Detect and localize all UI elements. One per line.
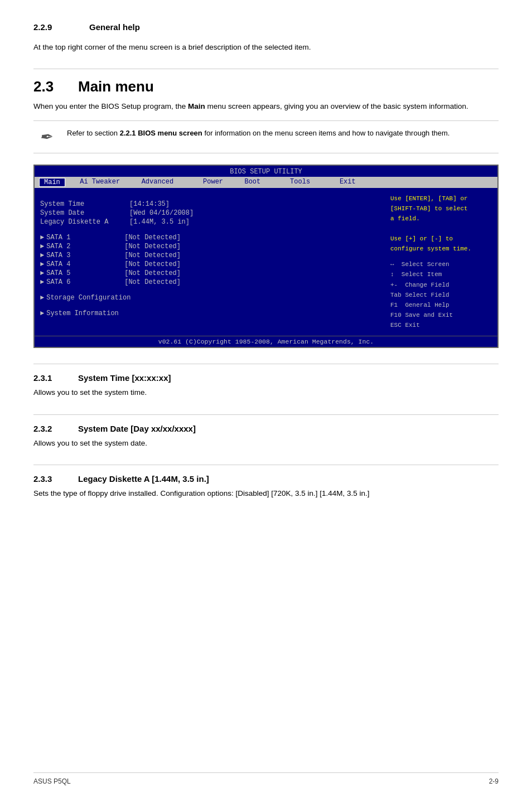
section-231-title: System Time [xx:xx:xx]	[78, 373, 171, 383]
bios-sata5-label: SATA 5	[46, 269, 124, 277]
bios-value-diskette: [1.44M, 3.5 in]	[129, 218, 190, 226]
footer-right: 2-9	[489, 777, 499, 785]
section-232-title: System Date [Day xx/xx/xxxx]	[78, 424, 196, 433]
bios-key-selectitem: ↕ Select Item	[390, 269, 493, 279]
section-231-number: 2.3.1	[33, 373, 61, 383]
section-233-heading: 2.3.3 Legacy Diskette A [1.44M, 3.5 in.]	[33, 474, 499, 484]
note-link: 2.2.1 BIOS menu screen	[120, 129, 202, 137]
section-233-body: Sets the type of floppy drive installed.…	[33, 488, 499, 499]
bios-help-text: Use [ENTER], [TAB] or [SHIFT-TAB] to sel…	[390, 194, 493, 254]
bios-sata6: ► SATA 6 [Not Detected]	[40, 278, 380, 286]
bios-label-diskette: Legacy Diskette A	[40, 218, 129, 226]
bios-sata4-value: [Not Detected]	[124, 260, 181, 268]
section-233: 2.3.3 Legacy Diskette A [1.44M, 3.5 in.]…	[33, 474, 499, 499]
bios-screen: BIOS SETUP UTILITY Main Ai Tweaker Advan…	[33, 165, 499, 349]
bios-key-saveexit: F10 Save and Exit	[390, 310, 493, 320]
bios-value-systemdate: [Wed 04/16/2008]	[129, 209, 194, 217]
bios-key-generalhelp: F1 General Help	[390, 300, 493, 310]
section-23: 2.3 Main menu When you enter the BIOS Se…	[33, 78, 499, 348]
bios-value-systemtime: [14:14:35]	[129, 200, 170, 208]
bios-system-info-label: System Information	[46, 310, 119, 317]
section-23-number: 2.3	[33, 78, 72, 95]
bios-key-help: ↔ Select Screen ↕ Select Item +- Change …	[390, 259, 493, 330]
section-229: 2.2.9 General help At the top right corn…	[33, 22, 499, 53]
bios-sata1-value: [Not Detected]	[124, 234, 181, 241]
bios-key-changefield: +- Change Field	[390, 280, 493, 290]
section-divider-1	[33, 69, 499, 69]
bios-menu-boot[interactable]: Boot	[230, 178, 267, 187]
bios-key-selectfield: Tab Select Field	[390, 290, 493, 300]
note-box: ✒ Refer to section 2.2.1 BIOS menu scree…	[33, 120, 499, 153]
bios-sata2-value: [Not Detected]	[124, 243, 181, 250]
bios-sata1-label: SATA 1	[46, 234, 124, 241]
bios-storage-config-label: Storage Configuration	[46, 294, 130, 302]
bios-key-selectscreen: ↔ Select Screen	[390, 259, 493, 269]
section-229-number: 2.2.9	[33, 22, 67, 32]
bios-right-panel: Use [ENTER], [TAB] or [SHIFT-TAB] to sel…	[386, 191, 497, 333]
bios-left-panel: System Time [14:14:35] System Date [Wed …	[35, 191, 386, 333]
bios-system-info[interactable]: ► System Information	[40, 310, 380, 317]
bios-sata3: ► SATA 3 [Not Detected]	[40, 252, 380, 259]
footer-left: ASUS P5QL	[33, 777, 71, 785]
section-232-body: Allows you to set the system date.	[33, 438, 499, 449]
section-233-number: 2.3.3	[33, 474, 61, 484]
section-231-heading: 2.3.1 System Time [xx:xx:xx]	[33, 373, 499, 383]
bios-storage-config[interactable]: ► Storage Configuration	[40, 294, 380, 302]
bios-menu-advanced[interactable]: Advanced	[127, 178, 180, 187]
section-divider-2	[33, 364, 499, 364]
note-icon: ✒	[39, 128, 59, 146]
section-23-body: When you enter the BIOS Setup program, t…	[33, 101, 499, 112]
page-footer: ASUS P5QL 2-9	[33, 772, 499, 785]
section-231: 2.3.1 System Time [xx:xx:xx] Allows you …	[33, 373, 499, 398]
bios-menu-tools[interactable]: Tools	[267, 178, 317, 187]
section-divider-3	[33, 414, 499, 415]
section-231-body: Allows you to set the system time.	[33, 387, 499, 398]
section-23-title: Main menu	[78, 78, 154, 95]
bios-menu-bar: Main Ai Tweaker Advanced Power Boot Tool…	[35, 177, 497, 188]
section-divider-4	[33, 465, 499, 465]
bios-sata2: ► SATA 2 [Not Detected]	[40, 243, 380, 250]
section-233-title: Legacy Diskette A [1.44M, 3.5 in.]	[78, 474, 209, 484]
section-232-heading: 2.3.2 System Date [Day xx/xx/xxxx]	[33, 424, 499, 433]
bios-menu-aitweaker[interactable]: Ai Tweaker	[65, 178, 127, 187]
bios-menu-power[interactable]: Power	[180, 178, 230, 187]
bios-footer: v02.61 (C)Copyright 1985-2008, American …	[35, 336, 497, 347]
bios-menu-exit[interactable]: Exit	[317, 178, 362, 187]
bios-menu-main[interactable]: Main	[39, 178, 65, 187]
bios-key-esc: ESC Exit	[390, 320, 493, 330]
note-text: Refer to section 2.2.1 BIOS menu screen …	[67, 128, 449, 139]
bios-row-diskette: Legacy Diskette A [1.44M, 3.5 in]	[40, 218, 380, 226]
section-229-body: At the top right corner of the menu scre…	[33, 42, 499, 53]
bios-sata4: ► SATA 4 [Not Detected]	[40, 260, 380, 268]
bios-sata4-label: SATA 4	[46, 260, 124, 268]
bios-content: System Time [14:14:35] System Date [Wed …	[35, 188, 497, 336]
bios-row-systemdate: System Date [Wed 04/16/2008]	[40, 209, 380, 217]
bios-label-systemdate: System Date	[40, 209, 129, 217]
bios-row-systemtime: System Time [14:14:35]	[40, 200, 380, 208]
bios-sata3-label: SATA 3	[46, 252, 124, 259]
bios-sata6-value: [Not Detected]	[124, 278, 181, 286]
bios-sata2-label: SATA 2	[46, 243, 124, 250]
bios-label-systemtime: System Time	[40, 200, 129, 208]
bios-sata5-value: [Not Detected]	[124, 269, 181, 277]
bios-title: BIOS SETUP UTILITY	[35, 166, 497, 177]
bios-sata3-value: [Not Detected]	[124, 252, 181, 259]
bios-sata1: ► SATA 1 [Not Detected]	[40, 234, 380, 241]
section-229-title: General help	[89, 22, 140, 32]
bios-sata6-label: SATA 6	[46, 278, 124, 286]
section-232-number: 2.3.2	[33, 424, 61, 433]
bios-sata5: ► SATA 5 [Not Detected]	[40, 269, 380, 277]
section-232: 2.3.2 System Date [Day xx/xx/xxxx] Allow…	[33, 424, 499, 449]
